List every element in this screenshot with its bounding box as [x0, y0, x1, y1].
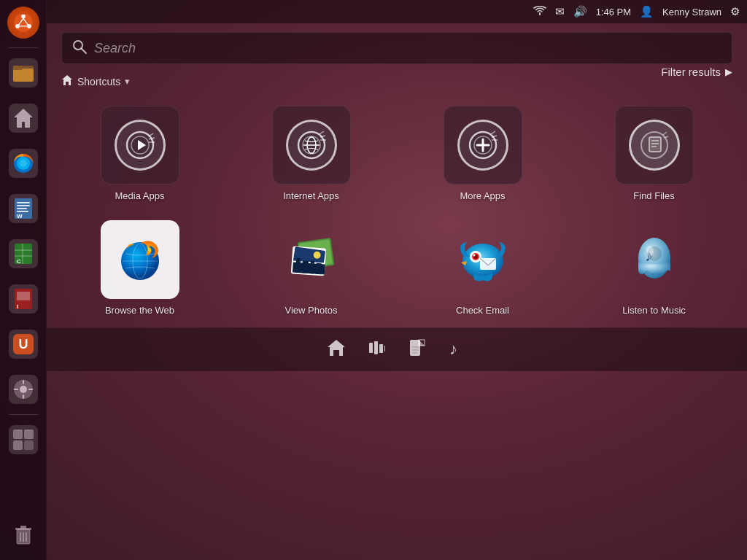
bottom-apps-icon[interactable]: [368, 338, 387, 362]
svg-marker-7: [14, 109, 33, 128]
svg-text:U: U: [18, 337, 28, 351]
svg-rect-99: [369, 343, 373, 353]
sidebar-divider-1: [9, 47, 38, 48]
photos-icon: [279, 227, 344, 292]
app-item-media-apps[interactable]: Media Apps: [61, 100, 218, 207]
firefox-icon: [114, 233, 166, 286]
svg-rect-30: [23, 394, 24, 399]
app-item-view-photos[interactable]: View Photos: [233, 214, 390, 322]
filter-results-button[interactable]: Filter results ▶: [661, 66, 732, 78]
sidebar-item-ubuntu-software[interactable]: U: [4, 324, 43, 364]
topbar-items: ✉ 🔊 1:46 PM 👤 Kenny Strawn ⚙: [533, 5, 740, 18]
svg-marker-45: [62, 75, 72, 85]
app-item-more-apps[interactable]: More Apps: [404, 100, 561, 207]
svg-text:C: C: [17, 258, 21, 265]
svg-marker-98: [328, 340, 345, 356]
sidebar-item-libreoffice-calc[interactable]: C: [4, 234, 43, 273]
ubuntu-logo-icon: [7, 7, 39, 39]
svg-rect-85: [301, 260, 308, 273]
find-files-icon-box: [615, 106, 694, 184]
listen-music-icon-box: ♪: [615, 220, 694, 299]
svg-point-10: [20, 160, 27, 167]
sidebar-item-firefox[interactable]: [4, 144, 43, 183]
svg-text:♪: ♪: [449, 340, 457, 357]
volume-icon[interactable]: 🔊: [573, 5, 587, 18]
svg-rect-15: [17, 211, 28, 212]
sidebar-item-system-settings[interactable]: [4, 370, 43, 409]
svg-rect-33: [13, 429, 23, 439]
more-apps-label: More Apps: [460, 190, 505, 201]
app-grid: Media Apps: [47, 94, 747, 327]
username-display[interactable]: Kenny Strawn: [662, 7, 721, 18]
svg-line-56: [320, 131, 324, 134]
system-settings-icon: [9, 375, 38, 404]
files-icon: [9, 58, 38, 88]
shortcuts-header: Shortcuts ▾: [61, 74, 732, 88]
firefox-sidebar-icon: [9, 149, 38, 178]
svg-rect-87: [315, 263, 321, 274]
app-item-listen-music[interactable]: ♪ Listen to Music: [576, 214, 732, 322]
svg-text:I: I: [17, 303, 18, 310]
shortcuts-dropdown-icon[interactable]: ▾: [125, 76, 130, 87]
svg-text:W: W: [17, 213, 23, 219]
svg-rect-23: [17, 292, 30, 300]
media-apps-label: Media Apps: [115, 190, 165, 201]
svg-line-63: [491, 131, 495, 134]
launcher-panel: Filter results ▶ Shortcuts ▾: [47, 23, 747, 560]
app-item-browse-web[interactable]: Browse the Web: [61, 214, 218, 322]
svg-rect-32: [28, 389, 33, 390]
sidebar-item-libreoffice-writer[interactable]: W: [4, 189, 43, 228]
bottom-bar: ♪: [47, 327, 747, 371]
browse-web-label: Browse the Web: [105, 305, 174, 316]
sidebar-item-libreoffice-impress[interactable]: I: [4, 279, 43, 319]
svg-rect-67: [649, 137, 661, 152]
browse-web-icon-box: [101, 220, 179, 299]
more-apps-icon-box: [444, 106, 522, 184]
svg-rect-14: [17, 208, 27, 209]
svg-rect-39: [20, 526, 26, 529]
sidebar-item-files[interactable]: [4, 53, 43, 93]
wifi-icon: [533, 6, 546, 18]
filter-arrow-icon: ▶: [725, 66, 732, 77]
search-icon: [72, 39, 87, 57]
svg-rect-12: [17, 202, 30, 203]
bottom-home-icon[interactable]: [327, 338, 346, 362]
main-content: ✉ 🔊 1:46 PM 👤 Kenny Strawn ⚙ Filter resu…: [47, 0, 747, 560]
svg-rect-101: [379, 344, 383, 353]
home-small-icon: [61, 74, 73, 88]
mail-icon[interactable]: ✉: [555, 5, 565, 18]
app-item-find-files[interactable]: Find Files: [576, 100, 732, 207]
time-display: 1:46 PM: [596, 7, 631, 18]
svg-rect-31: [14, 389, 18, 390]
trash-icon: [9, 520, 38, 549]
bottom-music-icon[interactable]: ♪: [448, 338, 467, 362]
libreoffice-calc-icon: C: [9, 239, 38, 268]
svg-point-28: [20, 386, 27, 393]
find-files-circle-icon: [629, 120, 680, 171]
media-apps-circle-icon: [115, 120, 166, 171]
svg-line-71: [663, 132, 667, 135]
svg-rect-13: [17, 205, 30, 206]
bottom-files-icon[interactable]: [409, 338, 426, 362]
svg-rect-6: [13, 66, 23, 70]
svg-point-92: [473, 254, 475, 257]
svg-rect-35: [13, 440, 23, 450]
find-files-label: Find Files: [633, 190, 674, 201]
shortcuts-label: Shortcuts: [77, 76, 120, 88]
svg-rect-34: [24, 429, 34, 439]
check-email-icon-box: [444, 220, 522, 299]
libreoffice-writer-icon: W: [9, 194, 38, 223]
search-bar: [61, 32, 732, 64]
sidebar-item-home-folder[interactable]: [4, 98, 43, 138]
gear-icon[interactable]: ⚙: [730, 5, 740, 18]
sidebar-item-ubuntu-home[interactable]: [4, 3, 43, 42]
app-item-internet-apps[interactable]: Internet Apps: [233, 100, 390, 207]
filter-results-label: Filter results: [661, 66, 721, 78]
app-item-check-email[interactable]: Check Email: [404, 214, 561, 322]
view-photos-label: View Photos: [285, 305, 337, 316]
sidebar-item-trash[interactable]: [4, 515, 43, 554]
search-input[interactable]: [94, 41, 721, 56]
sidebar-item-workspaces[interactable]: [4, 420, 43, 459]
internet-apps-icon-box: [272, 106, 351, 184]
topbar: ✉ 🔊 1:46 PM 👤 Kenny Strawn ⚙: [47, 0, 747, 23]
